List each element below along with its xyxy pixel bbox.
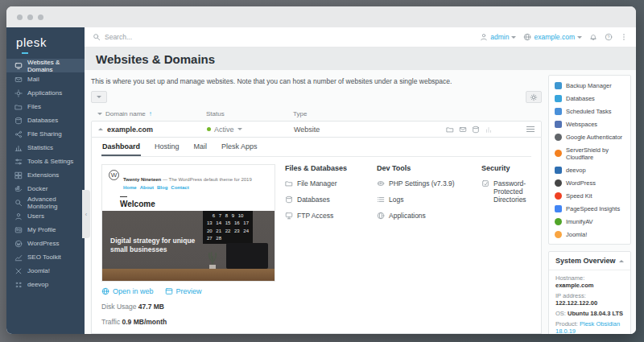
- sidebar-item-joomla[interactable]: Joomla!: [6, 264, 85, 278]
- pagespeed-icon: [555, 205, 562, 212]
- sidebar-item-docker[interactable]: Docker: [6, 182, 85, 196]
- web-statistics-ssl-link[interactable]: Web Statistics SSL/TLS: [170, 333, 258, 334]
- user-menu[interactable]: admin: [480, 33, 516, 41]
- ftp-icon: [285, 212, 293, 220]
- tab-hosting[interactable]: Hosting: [154, 138, 180, 156]
- tool-servershield[interactable]: ServerShield by Cloudflare: [555, 143, 625, 163]
- notifications-bell-icon[interactable]: [589, 33, 597, 41]
- expand-all-button[interactable]: [91, 91, 107, 103]
- sidebar-item-users[interactable]: Users: [6, 209, 85, 223]
- mail-icon: [14, 76, 23, 84]
- tool-google-authenticator[interactable]: Google Authenticator: [555, 130, 625, 143]
- tool-wordpress[interactable]: WordPress: [555, 176, 625, 189]
- window-maximize-button[interactable]: [38, 14, 43, 20]
- search-input[interactable]: [105, 33, 282, 41]
- tool-joomla[interactable]: Joomla!: [555, 228, 625, 241]
- sidebar-item-databases[interactable]: Databases: [6, 113, 85, 127]
- link-applications[interactable]: Applications: [377, 212, 473, 220]
- tool-speed-kit[interactable]: Speed Kit: [555, 189, 625, 202]
- column-domain-name[interactable]: Domain name: [105, 110, 146, 117]
- tool-databases[interactable]: Databases: [555, 92, 625, 105]
- link-ftp-access[interactable]: FTP Access: [285, 212, 369, 220]
- sort-ascending-icon[interactable]: ↑: [149, 110, 152, 117]
- site-preview-thumbnail[interactable]: W Twenty Nineteen — The WordPress defaul…: [101, 164, 275, 282]
- chevron-down-icon: [97, 96, 101, 98]
- cloudflare-icon: [555, 150, 562, 157]
- joomla-icon: [14, 267, 23, 275]
- tool-webspaces[interactable]: Webspaces: [555, 117, 625, 130]
- databases-icon: [555, 95, 562, 102]
- link-logs[interactable]: Logs: [377, 196, 473, 204]
- kebab-menu-icon[interactable]: [620, 33, 628, 41]
- system-overview-title: System Overview: [555, 257, 616, 265]
- tab-plesk-apps[interactable]: Plesk Apps: [221, 138, 258, 156]
- domain-name[interactable]: example.com: [107, 126, 153, 134]
- window-minimize-button[interactable]: [27, 14, 33, 20]
- chevron-down-icon[interactable]: [237, 128, 242, 130]
- sidebar-item-wordpress[interactable]: WordPress: [6, 237, 85, 250]
- sidebar-item-deevop[interactable]: deevop: [6, 278, 85, 291]
- grid-icon: [14, 281, 23, 289]
- tool-imunifyav[interactable]: ImunifyAV: [555, 215, 625, 228]
- collapse-all-icon[interactable]: [97, 113, 102, 115]
- column-status[interactable]: Status: [206, 110, 293, 117]
- sidebar-item-mail[interactable]: Mail: [6, 72, 85, 86]
- help-icon[interactable]: ?: [605, 33, 613, 41]
- web-statistics-link[interactable]: Web Statistics: [101, 333, 159, 334]
- preview-link[interactable]: Preview: [165, 287, 202, 295]
- domain-menu[interactable]: example.com: [523, 33, 582, 41]
- sidebar-item-my-profile[interactable]: My Profile: [6, 223, 85, 237]
- status-badge: Active: [214, 126, 234, 134]
- statistics-icon[interactable]: [485, 126, 493, 134]
- tool-deevop[interactable]: deevop: [555, 163, 625, 176]
- open-in-web-link[interactable]: Open in web: [101, 287, 154, 295]
- joomla-icon: [555, 231, 562, 238]
- database-icon: [14, 117, 23, 125]
- link-databases[interactable]: Databases: [285, 196, 369, 204]
- share-icon: [14, 130, 23, 138]
- collapse-panel-icon[interactable]: [619, 260, 624, 262]
- sidebar-item-statistics[interactable]: Statistics: [6, 141, 85, 155]
- row-menu-icon[interactable]: [526, 126, 535, 132]
- files-icon[interactable]: [446, 126, 454, 134]
- window-close-button[interactable]: [17, 14, 23, 20]
- svg-text:?: ?: [608, 35, 610, 39]
- sidebar-item-extensions[interactable]: Extensions: [6, 168, 85, 182]
- tool-pagespeed-insights[interactable]: PageSpeed Insights: [555, 202, 625, 215]
- sidebar-item-tools-settings[interactable]: Tools & Settings: [6, 155, 85, 168]
- window-titlebar: [6, 6, 636, 27]
- desktop-background: plesk Websites & Domains Mail Applicatio…: [0, 0, 644, 342]
- domain-row-example-com[interactable]: example.com Active Website: [91, 121, 542, 138]
- tool-backup-manager[interactable]: Backup Manager: [555, 79, 625, 92]
- list-settings-button[interactable]: [526, 91, 542, 103]
- sidebar-collapse-handle[interactable]: ‹: [82, 190, 90, 238]
- link-file-manager[interactable]: File Manager: [285, 179, 369, 187]
- mail-icon[interactable]: [459, 126, 467, 134]
- chevron-down-icon: [577, 36, 582, 39]
- id-card-icon: [14, 226, 23, 234]
- database-icon[interactable]: [472, 126, 480, 134]
- tab-mail[interactable]: Mail: [193, 138, 208, 156]
- tool-scheduled-tasks[interactable]: Scheduled Tasks: [555, 105, 625, 117]
- status-active-dot: [207, 127, 211, 131]
- domain-tabs: Dashboard Hosting Mail Plesk Apps: [101, 138, 531, 157]
- ip-address-row: IP address: 122.122.122.00: [555, 292, 624, 307]
- sidebar-item-files[interactable]: Files: [6, 100, 85, 113]
- collapse-row-icon[interactable]: [98, 128, 103, 130]
- link-php-settings[interactable]: PHP Settings (v7.3.9): [377, 179, 473, 187]
- sidebar-item-seo-toolkit[interactable]: SEO Toolkit: [6, 250, 85, 264]
- column-type[interactable]: Type: [293, 110, 535, 117]
- wordpress-icon: [14, 240, 23, 248]
- section-security: Security: [481, 164, 550, 172]
- wordpress-icon: [555, 179, 562, 187]
- theme-title: Twenty Nineteen — The WordPress default …: [123, 177, 252, 182]
- tab-dashboard[interactable]: Dashboard: [101, 138, 141, 156]
- globe-icon: [101, 287, 109, 295]
- sidebar-item-websites-domains[interactable]: Websites & Domains: [6, 59, 85, 72]
- sidebar-item-file-sharing[interactable]: File Sharing: [6, 127, 85, 141]
- sidebar-item-advanced-monitoring[interactable]: Advanced Monitoring: [6, 196, 85, 209]
- link-password-protected-directories[interactable]: Password-Protected Directories: [481, 179, 550, 204]
- page-title: Websites & Domains: [96, 52, 215, 66]
- section-files-databases: Files & Databases: [285, 164, 369, 172]
- sidebar-item-applications[interactable]: Applications: [6, 86, 85, 100]
